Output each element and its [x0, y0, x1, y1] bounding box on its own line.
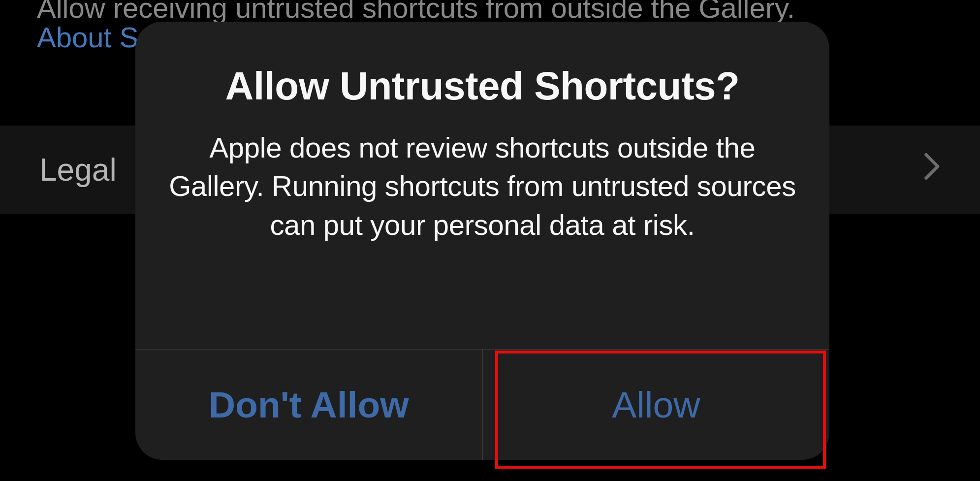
allow-untrusted-shortcuts-dialog: Allow Untrusted Shortcuts? Apple does no… — [135, 22, 829, 460]
about-link-partial[interactable]: About S — [37, 21, 138, 54]
dialog-content: Allow Untrusted Shortcuts? Apple does no… — [135, 22, 829, 349]
legal-row-label: Legal — [39, 152, 117, 188]
settings-description-text: Allow receiving untrusted shortcuts from… — [37, 0, 795, 24]
chevron-right-icon — [924, 153, 941, 187]
dialog-title: Allow Untrusted Shortcuts? — [162, 64, 802, 109]
dont-allow-button-label: Don't Allow — [209, 384, 409, 426]
dialog-button-row: Don't Allow Allow — [135, 349, 829, 460]
allow-button[interactable]: Allow — [482, 350, 830, 460]
dialog-body-text: Apple does not review shortcuts outside … — [162, 128, 802, 244]
dont-allow-button[interactable]: Don't Allow — [135, 350, 482, 460]
allow-button-label: Allow — [612, 384, 700, 426]
